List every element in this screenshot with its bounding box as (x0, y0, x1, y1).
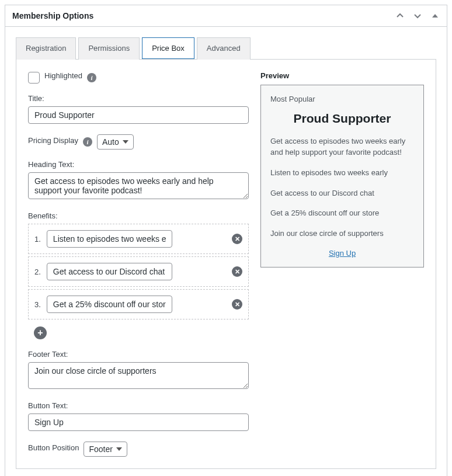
footer-text-input[interactable]: Join our close circle of supporters (28, 362, 249, 389)
tabs: Registration Permissions Price Box Advan… (16, 37, 436, 60)
benefit-input[interactable] (47, 296, 172, 313)
benefit-row[interactable]: 2. ✕ (28, 256, 249, 287)
button-text-field: Button Text: (28, 401, 249, 431)
preview-column: Preview Most Popular Proud Supporter Get… (260, 71, 424, 457)
move-up-icon[interactable] (395, 11, 405, 20)
remove-benefit-button[interactable]: ✕ (232, 234, 242, 244)
benefit-num: 1. (34, 235, 41, 244)
heading-text-input[interactable]: Get access to episodes two weeks early a… (28, 172, 249, 199)
membership-options-panel: Membership Options Registration Permissi… (5, 5, 447, 476)
remove-benefit-button[interactable]: ✕ (232, 299, 242, 310)
title-field: Title: (28, 94, 249, 124)
pricing-display-select[interactable]: Auto (97, 134, 134, 150)
benefit-row[interactable]: 1. ✕ (28, 224, 249, 254)
benefits-list: 1. ✕ 2. ✕ 3. (28, 224, 249, 319)
title-input[interactable] (28, 106, 249, 124)
preview-signup-link[interactable]: Sign Up (329, 249, 356, 258)
benefits-label: Benefits: (28, 211, 58, 220)
move-down-icon[interactable] (413, 11, 422, 20)
preview-label: Preview (260, 71, 424, 80)
preview-signup: Sign Up (270, 249, 414, 258)
preview-most-popular: Most Popular (270, 95, 414, 103)
preview-benefit: Listen to episodes two weeks early (270, 168, 414, 179)
preview-footer: Join our close circle of supporters (270, 228, 414, 239)
highlighted-row: Highlighted i (28, 71, 249, 84)
collapse-icon[interactable] (430, 11, 440, 20)
panel-header: Membership Options (5, 5, 447, 27)
tab-advanced[interactable]: Advanced (197, 37, 251, 60)
highlighted-label: Highlighted (44, 71, 82, 80)
benefit-input[interactable] (47, 263, 172, 280)
remove-benefit-button[interactable]: ✕ (232, 266, 242, 277)
benefit-row[interactable]: 3. ✕ (28, 289, 249, 319)
help-icon[interactable]: i (87, 73, 96, 82)
button-text-label: Button Text: (28, 401, 68, 410)
preview-title: Proud Supporter (270, 112, 414, 126)
tab-content: Highlighted i Title: Pricing Display i A… (16, 60, 436, 469)
pricing-display-row: Pricing Display i Auto (28, 134, 249, 150)
button-position-label: Button Position (28, 443, 79, 452)
form-column: Highlighted i Title: Pricing Display i A… (28, 71, 249, 457)
pricing-display-label: Pricing Display (28, 136, 78, 145)
title-label: Title: (28, 94, 44, 103)
footer-text-label: Footer Text: (28, 350, 68, 359)
benefits-field: Benefits: 1. ✕ 2. ✕ (28, 211, 249, 339)
add-benefit-button[interactable]: + (34, 326, 47, 339)
highlighted-checkbox[interactable] (28, 72, 40, 84)
benefit-num: 3. (34, 300, 41, 309)
help-icon[interactable]: i (83, 137, 92, 147)
tab-price-box[interactable]: Price Box (142, 37, 194, 59)
footer-text-field: Footer Text: Join our close circle of su… (28, 350, 249, 391)
panel-body: Registration Permissions Price Box Advan… (5, 27, 447, 476)
button-position-row: Button Position Footer (28, 442, 249, 457)
panel-title: Membership Options (12, 11, 93, 20)
benefit-num: 2. (34, 267, 41, 276)
heading-text-label: Heading Text: (28, 160, 74, 169)
benefit-input[interactable] (47, 230, 172, 248)
preview-benefit: Get a 25% discount off our store (270, 208, 414, 219)
button-text-input[interactable] (28, 414, 249, 431)
tab-registration[interactable]: Registration (16, 37, 76, 60)
heading-text-field: Heading Text: Get access to episodes two… (28, 160, 249, 201)
preview-heading: Get access to episodes two weeks early a… (270, 136, 414, 158)
panel-header-controls (395, 11, 440, 20)
preview-box: Most Popular Proud Supporter Get access … (260, 85, 424, 267)
preview-benefit: Get access to our Discord chat (270, 188, 414, 199)
tab-permissions[interactable]: Permissions (78, 37, 140, 60)
button-position-select[interactable]: Footer (84, 442, 127, 457)
